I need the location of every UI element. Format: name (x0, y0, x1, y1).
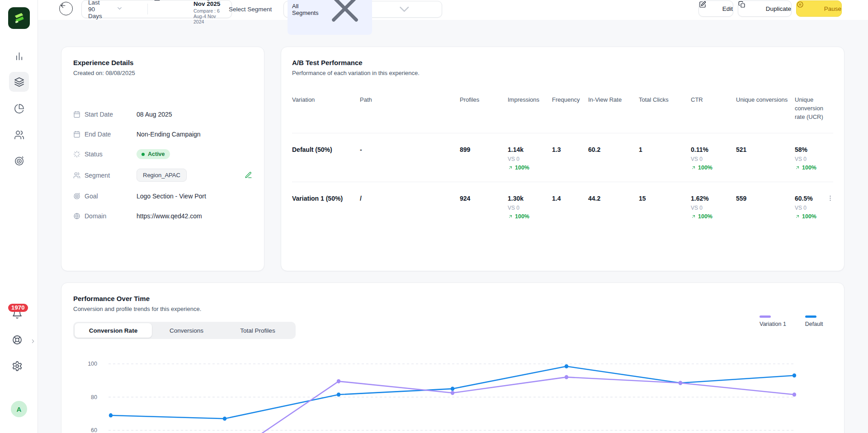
column-header: Impressions (508, 92, 552, 104)
ab-test-title: A/B Test Performance (292, 59, 833, 66)
segment-chip[interactable]: All Segments (288, 0, 372, 35)
users-icon (73, 172, 80, 179)
calendar-icon (154, 0, 190, 3)
date-preset-label: Last 90 Days (88, 0, 105, 19)
experience-details-title: Experience Details (73, 59, 252, 66)
life-buoy-icon (12, 334, 26, 349)
avatar[interactable]: A (11, 401, 27, 417)
detail-row-end-date: End DateNon-Ending Campaign (73, 129, 252, 140)
layers-icon (14, 77, 24, 87)
date-range-value: 5 Aug-3 Nov 2025 (193, 0, 225, 7)
chevron-down-icon (116, 5, 142, 13)
detail-label: Status (85, 151, 103, 158)
table-cell: 58%VS 0100% (795, 146, 834, 171)
table-cell: / (360, 194, 460, 202)
edit-segment-button[interactable] (245, 171, 252, 179)
table-cell: 0.11%VS 0100% (691, 146, 736, 171)
table-cell: 1.62%VS 0100% (691, 194, 736, 220)
kebab-icon (826, 194, 834, 202)
trend-change: 100% (795, 213, 834, 220)
pause-button-label: Pause (824, 5, 841, 12)
trend-up-icon (508, 165, 513, 170)
detail-row-domain: Domainhttps://www.qed42.com (73, 211, 252, 221)
table-cell: 521 (736, 146, 795, 154)
y-axis-tick: 100 (88, 361, 97, 367)
table-row: Default (50%)-8991.14kVS 0100%1.360.210.… (292, 133, 833, 182)
created-on-text: Created on: 08/08/2025 (73, 70, 252, 76)
detail-label: Domain (85, 212, 106, 220)
sidebar-expand-button[interactable] (30, 338, 36, 344)
globe-icon (73, 212, 80, 220)
data-point (337, 379, 340, 383)
detail-value: Non-Ending Campaign (137, 131, 201, 138)
select-segment-label: Select Segment (229, 6, 272, 13)
segment-select[interactable]: All Segments (283, 1, 442, 18)
notification-count-badge: 1970 (8, 304, 28, 312)
tab-total-profiles[interactable]: Total Profiles (221, 323, 294, 338)
trend-change: 100% (691, 165, 736, 171)
trend-change: 100% (508, 213, 552, 220)
series-line-variation-1 (225, 377, 794, 433)
detail-row-goal: GoalLogo Section - View Port (73, 191, 252, 202)
detail-label: End Date (85, 131, 111, 138)
table-header-row: VariationPathProfilesImpressionsFrequenc… (292, 92, 833, 133)
segment-value-chip[interactable]: Region_APAC (137, 169, 187, 182)
column-header: CTR (691, 92, 736, 104)
sidebar-item-experiences[interactable] (9, 72, 29, 92)
pause-button[interactable]: Pause (796, 0, 842, 17)
table-cell: 1 (639, 146, 691, 154)
divider (147, 4, 148, 14)
table-cell: 60.2 (588, 146, 639, 154)
table-cell: 924 (460, 194, 508, 202)
sidebar-item-reports[interactable] (9, 99, 29, 118)
date-preset-dropdown[interactable]: Last 90 Days (88, 0, 142, 19)
settings-button[interactable] (12, 361, 26, 375)
table-cell: 899 (460, 146, 508, 154)
topbar: Last 90 Days 5 Aug-3 Nov 2025 Compare : … (38, 0, 868, 20)
chevron-down-icon (372, 1, 436, 17)
tab-conversion-rate[interactable]: Conversion Rate (75, 323, 152, 338)
date-range-control: Last 90 Days 5 Aug-3 Nov 2025 Compare : … (81, 0, 232, 18)
brand-logo[interactable] (8, 7, 30, 29)
tab-conversions[interactable]: Conversions (152, 323, 221, 338)
row-menu-button[interactable] (825, 193, 835, 203)
sidebar-item-analytics[interactable] (9, 46, 29, 66)
sidebar: 1970 A (0, 0, 38, 433)
column-header: Variation (292, 92, 360, 104)
edit-button[interactable]: Edit (698, 0, 733, 17)
edit-icon (699, 1, 719, 16)
sidebar-item-goals[interactable] (9, 151, 29, 171)
legend-swatch (805, 315, 816, 318)
table-cell: 1.3 (552, 146, 588, 154)
experience-details-card: Experience Details Created on: 08/08/202… (61, 47, 264, 271)
pie-chart-icon (14, 104, 24, 114)
duplicate-button[interactable]: Duplicate (738, 0, 792, 17)
sidebar-item-audiences[interactable] (9, 125, 29, 145)
chart-metric-tabs: Conversion RateConversionsTotal Profiles (73, 322, 296, 339)
column-header: Profiles (460, 92, 508, 104)
legend-item-variation-1: Variation 1 (760, 315, 786, 327)
pencil-icon (245, 173, 252, 180)
column-header: Frequency (552, 92, 588, 104)
data-point (451, 391, 454, 395)
line-chart-svg: 1008060 (61, 351, 845, 433)
table-cell: 44.2 (588, 194, 639, 202)
data-point (793, 392, 796, 396)
detail-label: Start Date (85, 111, 113, 118)
trend-change: 100% (691, 213, 736, 220)
data-point (793, 373, 796, 377)
table-row: Variation 1 (50%)/9241.30kVS 0100%1.444.… (292, 182, 833, 231)
date-range-picker[interactable]: 5 Aug-3 Nov 2025 Compare : 6 Aug-4 Nov 2… (154, 0, 225, 24)
data-point (679, 381, 682, 385)
legend-item-default: Default (805, 315, 823, 327)
calendar-icon (73, 111, 80, 118)
column-header: In-View Rate (588, 92, 639, 104)
close-icon[interactable] (322, 0, 368, 33)
date-compare-value: Compare : 6 Aug-4 Nov 2024 (193, 8, 225, 24)
pause-icon (797, 1, 821, 16)
back-button[interactable] (59, 2, 73, 15)
table-cell: Variation 1 (50%) (292, 194, 360, 202)
help-button[interactable] (12, 334, 26, 349)
ab-test-table: VariationPathProfilesImpressionsFrequenc… (292, 92, 833, 231)
data-point (109, 413, 113, 417)
